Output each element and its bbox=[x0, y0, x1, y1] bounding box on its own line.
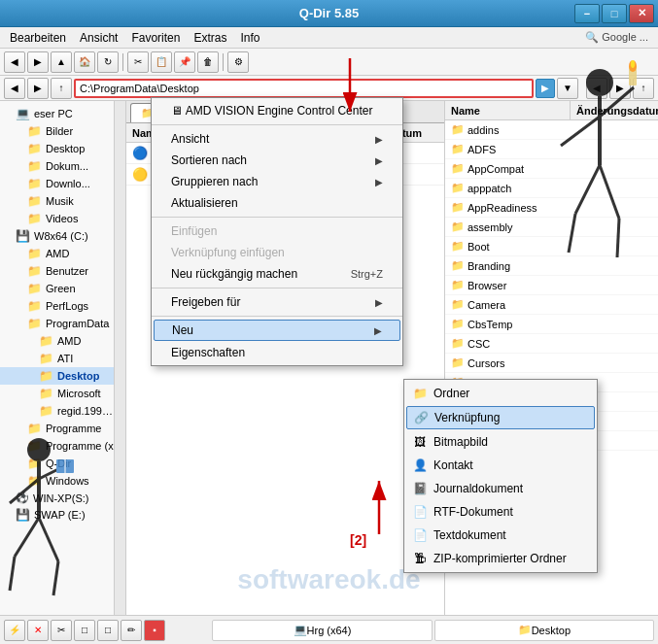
sidebar-item-perflogs[interactable]: 📁PerfLogs bbox=[0, 297, 125, 315]
sidebar-item-desktop[interactable]: 📁Desktop bbox=[0, 140, 125, 157]
status-btn6[interactable]: ✏ bbox=[121, 620, 142, 641]
sidebar-item-ati[interactable]: 📁ATI bbox=[0, 350, 125, 367]
ctx-sep3 bbox=[152, 288, 402, 288]
sub-ctx-rtf[interactable]: 📄 RTF-Dokument bbox=[404, 500, 597, 524]
right-row-browser[interactable]: 📁Browser bbox=[445, 276, 658, 295]
folder-icon-ordner: 📁 bbox=[412, 386, 428, 401]
address-input[interactable] bbox=[74, 79, 534, 98]
back-button[interactable]: ◀ bbox=[4, 51, 25, 73]
sidebar-item-benutzer[interactable]: 📁Benutzer bbox=[0, 262, 125, 280]
menu-extras[interactable]: Extras bbox=[188, 29, 232, 47]
sidebar-item-programme[interactable]: 📁Programme bbox=[0, 420, 125, 437]
right-row-apppatch[interactable]: 📁apppatch bbox=[445, 179, 658, 198]
sub-ctx-zip[interactable]: 🗜 ZIP-komprimierter Ordner bbox=[404, 547, 597, 570]
go-button[interactable]: ▶ bbox=[536, 79, 555, 98]
refresh-button[interactable]: ↻ bbox=[97, 51, 119, 73]
delete-button[interactable]: 🗑 bbox=[197, 51, 219, 73]
right-row-cursors[interactable]: 📁Cursors bbox=[445, 354, 658, 373]
right-row-addins[interactable]: 📁addins bbox=[445, 120, 658, 140]
sidebar-item-winxps[interactable]: ⚽ WIN-XP(S:) bbox=[0, 490, 125, 506]
sidebar-item-bilder[interactable]: 📁Bilder bbox=[0, 122, 125, 140]
up-button[interactable]: ▲ bbox=[51, 51, 72, 73]
ctx-freigeben[interactable]: Freigeben für ▶ bbox=[152, 291, 402, 313]
right-row-branding[interactable]: 📁Branding bbox=[445, 256, 658, 276]
right-row-appreadiness[interactable]: 📁AppReadiness bbox=[445, 198, 658, 218]
status-btn1[interactable]: ⚡ bbox=[4, 620, 25, 641]
right-row-appcompat[interactable]: 📁AppCompat bbox=[445, 159, 658, 179]
nav-forward-button[interactable]: ▶ bbox=[27, 78, 49, 99]
ctx-neu[interactable]: Neu ▶ bbox=[154, 320, 400, 341]
menu-google[interactable]: 🔍 Google ... bbox=[579, 29, 654, 46]
sidebar-item-musik[interactable]: 📁Musik bbox=[0, 192, 125, 210]
sidebar-item-videos[interactable]: 📁Videos bbox=[0, 210, 125, 227]
right-row-assembly[interactable]: 📁assembly bbox=[445, 218, 658, 237]
ctx-aktualisieren[interactable]: Aktualisieren bbox=[152, 192, 402, 214]
sidebar-item-green[interactable]: 📁Green bbox=[0, 280, 125, 297]
sidebar-item-programdata[interactable]: 📁ProgramData bbox=[0, 315, 125, 332]
settings-button[interactable]: ⚙ bbox=[227, 51, 249, 73]
sidebar-item-amd1[interactable]: 📁AMD bbox=[0, 245, 125, 262]
minimize-button[interactable]: − bbox=[574, 4, 600, 23]
title-bar: Q-Dir 5.85 − □ ✕ bbox=[0, 0, 658, 27]
right-col-date[interactable]: Änderungsdatum bbox=[571, 101, 658, 119]
ctx-sortieren[interactable]: Sortieren nach ▶ bbox=[152, 150, 402, 171]
sidebar-item-dokum[interactable]: 📁Dokum... bbox=[0, 157, 125, 175]
dropdown-btn[interactable]: ▼ bbox=[557, 78, 578, 99]
ctx-eigenschaften[interactable]: Eigenschaften bbox=[152, 342, 402, 363]
home-button[interactable]: 🏠 bbox=[74, 51, 95, 73]
copy-button[interactable]: 📋 bbox=[151, 51, 172, 73]
forward-button[interactable]: ▶ bbox=[27, 51, 49, 73]
right-row-boot[interactable]: 📁Boot bbox=[445, 237, 658, 256]
menu-ansicht[interactable]: Ansicht bbox=[74, 29, 123, 47]
cut-button[interactable]: ✂ bbox=[127, 51, 149, 73]
right-row-cbstemp[interactable]: 📁CbsTemp bbox=[445, 315, 658, 334]
sidebar-item-w8x64[interactable]: 💾W8x64 (C:) bbox=[0, 227, 125, 245]
ctx-rueckgaengig[interactable]: Neu rückgängig machen Strg+Z bbox=[152, 263, 402, 285]
sidebar-item-desktop-sel[interactable]: 📁Desktop bbox=[0, 367, 125, 385]
status-btn3[interactable]: ✂ bbox=[51, 620, 72, 641]
sidebar-item-amd2[interactable]: 📁AMD bbox=[0, 332, 125, 350]
sub-ctx-bitmap[interactable]: 🖼 Bitmapbild bbox=[404, 430, 597, 454]
ctx-rueckgaengig-label: Neu rückgängig machen bbox=[171, 267, 297, 281]
right-up-btn[interactable]: ↑ bbox=[633, 78, 654, 99]
status-btn7[interactable]: ▪ bbox=[144, 620, 165, 641]
ctx-gruppieren[interactable]: Gruppieren nach ▶ bbox=[152, 171, 402, 192]
close-button[interactable]: ✕ bbox=[629, 4, 654, 23]
ctx-sortieren-arrow: ▶ bbox=[375, 155, 383, 166]
sidebar-item-downloads[interactable]: 📁Downlo... bbox=[0, 175, 125, 192]
menu-favoriten[interactable]: Favoriten bbox=[125, 29, 186, 47]
ctx-ansicht[interactable]: Ansicht ▶ bbox=[152, 128, 402, 150]
right-row-adfs[interactable]: 📁ADFS bbox=[445, 140, 658, 159]
menu-info[interactable]: Info bbox=[234, 29, 265, 47]
right-back-btn[interactable]: ◀ bbox=[586, 78, 607, 99]
sub-ctx-ordner[interactable]: 📁 Ordner bbox=[404, 382, 597, 405]
right-row-csc[interactable]: 📁CSC bbox=[445, 334, 658, 354]
sidebar-item-swape[interactable]: 💾SWAP (E:) bbox=[0, 506, 125, 524]
sidebar-item-pc[interactable]: 💻eser PC bbox=[0, 105, 125, 122]
folder-icon-boot: 📁 bbox=[451, 240, 465, 253]
status-btn2[interactable]: ✕ bbox=[27, 620, 49, 641]
ctx-sep2 bbox=[152, 217, 402, 218]
status-btn4[interactable]: □ bbox=[74, 620, 95, 641]
maximize-button[interactable]: □ bbox=[602, 4, 627, 23]
sub-ctx-text[interactable]: 📄 Textdokument bbox=[404, 524, 597, 547]
sidebar-item-programme-x86[interactable]: 📁Programme (x86) bbox=[0, 437, 125, 455]
menu-bearbeiten[interactable]: Bearbeiten bbox=[4, 29, 72, 47]
status-btn5[interactable]: □ bbox=[97, 620, 119, 641]
sidebar-item-windows[interactable]: 📁Windows bbox=[0, 472, 125, 490]
sidebar-item-regid[interactable]: 📁regid.1991-06.co... bbox=[0, 402, 125, 420]
nav-up-button[interactable]: ↑ bbox=[51, 78, 72, 99]
sidebar-item-microsoft[interactable]: 📁Microsoft bbox=[0, 385, 125, 402]
nav-back-button[interactable]: ◀ bbox=[4, 78, 25, 99]
ctx-rueckgaengig-shortcut: Strg+Z bbox=[351, 268, 383, 280]
sub-ctx-journal[interactable]: 📓 Journaldokument bbox=[404, 477, 597, 500]
sub-ctx-kontakt[interactable]: 👤 Kontakt bbox=[404, 454, 597, 477]
ctx-amd[interactable]: 🖥 AMD VISION Engine Control Center bbox=[152, 100, 402, 121]
right-col-name[interactable]: Name bbox=[445, 101, 571, 119]
sidebar-item-qdir[interactable]: 📁Q-Dir bbox=[0, 455, 125, 472]
status-section-hrg: 💻 Hrg (x64) bbox=[212, 620, 432, 641]
right-row-camera[interactable]: 📁Camera bbox=[445, 295, 658, 315]
paste-button[interactable]: 📌 bbox=[174, 51, 195, 73]
sub-ctx-verknuepfung[interactable]: 🔗 Verknüpfung bbox=[406, 406, 595, 429]
right-forward-btn[interactable]: ▶ bbox=[609, 78, 631, 99]
